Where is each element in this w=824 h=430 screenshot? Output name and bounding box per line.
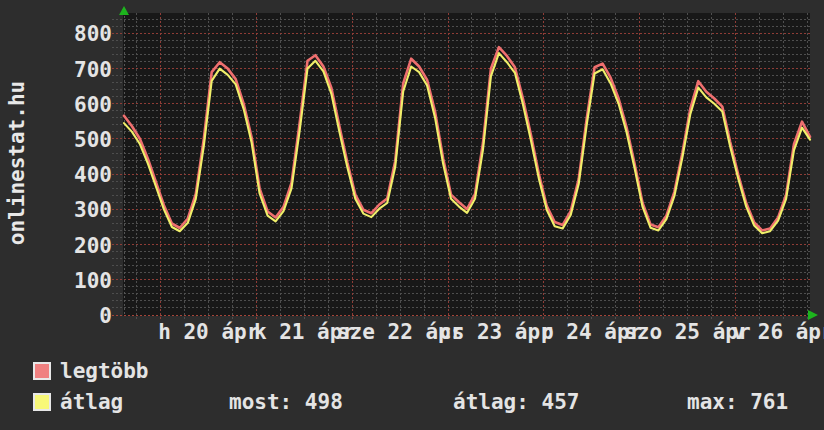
x-axis-labels: h 20 áprk 21 áprsze 22 áprcs 23 áprp 24 … xyxy=(158,320,824,344)
plot-area xyxy=(123,13,810,316)
y-axis-labels: 0100200300400500600700800 xyxy=(74,22,112,328)
y-tick-label: 800 xyxy=(74,22,112,46)
y-tick-label: 400 xyxy=(74,163,112,187)
legend-label-atlag: átlag xyxy=(60,390,123,414)
y-tick-label: 0 xyxy=(99,304,112,328)
graph-panel: 0100200300400500600700800h 20 áprk 21 áp… xyxy=(0,0,824,430)
legend-item-atlag: átlag xyxy=(33,390,123,414)
y-tick-label: 500 xyxy=(74,128,112,152)
watermark-text: onlinestat.hu xyxy=(5,81,29,245)
stat-most: most: 498 xyxy=(229,390,343,414)
y-tick-label: 600 xyxy=(74,93,112,117)
legend-swatch-atlag xyxy=(33,393,51,411)
y-tick-label: 300 xyxy=(74,198,112,222)
stat-atlag: átlag: 457 xyxy=(453,390,579,414)
y-tick-label: 100 xyxy=(74,269,112,293)
y-tick-label: 700 xyxy=(74,58,112,82)
x-tick-label: h 20 ápr xyxy=(158,320,259,344)
x-axis-arrow-icon xyxy=(808,310,818,320)
stat-max: max: 761 xyxy=(687,390,788,414)
x-tick-label: cs 23 ápr xyxy=(439,320,553,344)
x-tick-label: v 26 ápr xyxy=(733,320,824,344)
y-axis-arrow-icon xyxy=(119,6,129,15)
legend-label-legtobb: legtöbb xyxy=(60,359,149,383)
y-tick-label: 200 xyxy=(74,234,112,258)
legend-item-legtobb: legtöbb xyxy=(33,359,149,383)
legend-swatch-legtobb xyxy=(33,362,51,380)
